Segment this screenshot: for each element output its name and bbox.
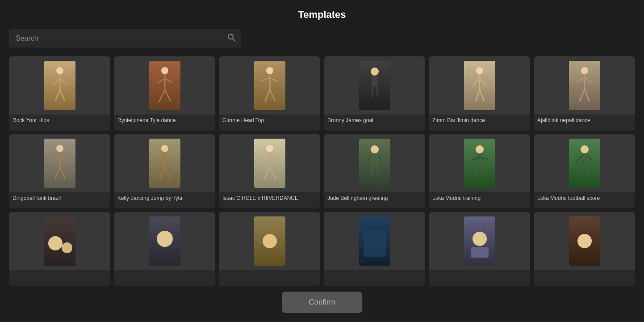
search-input[interactable]	[9, 30, 241, 47]
template-item-row3-4[interactable]	[324, 212, 425, 286]
thumbnail-issac-circle	[219, 134, 320, 192]
svg-line-71	[588, 156, 593, 162]
thumbnail-row3-3	[219, 212, 320, 270]
svg-point-75	[62, 242, 72, 253]
thumbnail-row3-4	[324, 212, 425, 270]
svg-line-30	[476, 90, 480, 101]
svg-line-34	[577, 78, 585, 82]
template-item-luka-training[interactable]: Luka Modric training	[429, 134, 530, 208]
thumbnail-inner-bronny-james	[359, 61, 390, 110]
template-label-gimme-head-top: Gimme Head Top	[219, 114, 320, 131]
svg-line-55	[270, 167, 276, 180]
svg-rect-21	[372, 76, 378, 86]
page-container: Templates Rock Your HipsRynielpineda Tyl…	[0, 0, 644, 322]
svg-line-10	[157, 79, 165, 83]
thumbnail-inner-rock-your-hips	[44, 61, 75, 110]
template-item-row3-2[interactable]	[114, 212, 215, 286]
svg-line-48	[159, 167, 165, 180]
template-item-row3-5[interactable]	[429, 212, 530, 286]
svg-line-54	[264, 167, 270, 180]
svg-point-68	[581, 145, 589, 153]
thumbnail-inner-dingobell	[44, 139, 75, 188]
thumbnail-kelly-dancing	[114, 134, 215, 192]
thumbnail-inner-gimme-head-top	[254, 61, 285, 110]
template-item-bronny-james[interactable]: Bronny James goal	[324, 56, 425, 131]
thumbnail-inner-luka-score	[569, 139, 600, 188]
thumbnail-luka-score	[534, 134, 635, 192]
template-item-row3-6[interactable]	[534, 212, 635, 286]
thumbnail-zimm-bts	[429, 56, 530, 114]
svg-line-70	[576, 156, 581, 163]
svg-point-50	[266, 145, 273, 152]
thumbnail-ajaliblink	[534, 56, 635, 114]
svg-point-56	[371, 145, 379, 153]
template-label-jude-bellingham: Jude Bellingham greeting	[324, 192, 425, 208]
template-item-rynielpineda-tyla[interactable]: Rynielpineda Tyla dance	[114, 56, 215, 131]
template-label-issac-circle: Issac CIRCLE x RIIVERDANCE	[219, 192, 320, 208]
thumbnail-inner-rynielpineda-tyla	[149, 61, 180, 110]
svg-line-4	[53, 79, 60, 85]
thumbnail-row3-1	[9, 212, 110, 270]
thumbnail-inner-row3-6	[569, 216, 600, 266]
svg-rect-69	[581, 154, 588, 163]
thumbnail-dingobell	[9, 134, 110, 192]
svg-line-37	[585, 89, 590, 102]
thumbnail-inner-row3-2	[149, 216, 180, 266]
template-label-zimm-bts: Zimm Bts Jimin dance	[429, 114, 530, 131]
svg-line-12	[159, 90, 165, 102]
svg-line-52	[261, 156, 270, 161]
template-item-row3-3[interactable]	[219, 212, 320, 286]
template-label-luka-training: Luka Modric training	[429, 192, 530, 208]
template-item-ajaliblink[interactable]: Ajaliblink nepali dance	[534, 56, 635, 131]
template-item-zimm-bts[interactable]: Zimm Bts Jimin dance	[429, 56, 530, 131]
template-item-issac-circle[interactable]: Issac CIRCLE x RIIVERDANCE	[219, 134, 320, 208]
svg-line-31	[480, 90, 484, 101]
svg-line-28	[473, 79, 480, 87]
template-item-kelly-dancing[interactable]: Kelly dancing Jump by Tyla	[114, 134, 215, 208]
svg-line-40	[52, 156, 60, 162]
thumbnail-inner-row3-4	[359, 216, 390, 266]
svg-line-35	[585, 78, 593, 83]
thumbnail-jude-bellingham	[324, 134, 425, 192]
template-label-kelly-dancing: Kelly dancing Jump by Tyla	[114, 192, 215, 208]
template-label-dingobell: Dingobell funk brazil	[9, 192, 110, 208]
template-label-row3-3	[219, 270, 320, 286]
svg-point-62	[476, 145, 484, 153]
template-label-luka-score: Luka Modric football score	[534, 192, 635, 208]
thumbnail-inner-luka-training	[464, 139, 495, 188]
svg-point-2	[56, 67, 63, 74]
svg-line-73	[586, 163, 588, 176]
template-label-row3-2	[114, 270, 215, 286]
thumbnail-row3-6	[534, 212, 635, 270]
template-item-rock-your-hips[interactable]: Rock Your Hips	[9, 56, 110, 131]
svg-line-25	[376, 86, 378, 97]
svg-point-44	[161, 145, 168, 152]
svg-rect-78	[364, 230, 386, 257]
svg-point-74	[48, 236, 63, 250]
svg-line-47	[165, 156, 173, 160]
search-container	[9, 30, 241, 47]
thumbnail-bronny-james	[324, 56, 425, 114]
svg-line-13	[165, 90, 171, 101]
template-item-luka-score[interactable]: Luka Modric football score	[534, 134, 635, 208]
svg-point-38	[56, 145, 63, 152]
template-item-jude-bellingham[interactable]: Jude Bellingham greeting	[324, 134, 425, 208]
thumbnail-rock-your-hips	[9, 56, 110, 114]
templates-grid: Rock Your HipsRynielpineda Tyla danceGim…	[0, 56, 644, 286]
svg-line-16	[261, 78, 270, 81]
thumbnail-row3-5	[429, 212, 530, 270]
svg-point-8	[161, 67, 168, 74]
thumbnail-luka-training	[429, 134, 530, 192]
confirm-button[interactable]: Confirm	[282, 292, 362, 313]
template-item-row3-1[interactable]	[9, 212, 110, 286]
template-label-ajaliblink: Ajaliblink nepali dance	[534, 114, 635, 131]
page-title: Templates	[298, 9, 346, 21]
template-label-rock-your-hips: Rock Your Hips	[9, 114, 110, 131]
template-item-dingobell[interactable]: Dingobell funk brazil	[9, 134, 110, 208]
svg-line-43	[60, 167, 65, 179]
template-item-gimme-head-top[interactable]: Gimme Head Top	[219, 56, 320, 131]
template-label-rynielpineda-tyla: Rynielpineda Tyla dance	[114, 114, 215, 131]
svg-line-6	[55, 90, 60, 101]
svg-line-42	[55, 167, 60, 179]
svg-line-29	[480, 79, 487, 86]
